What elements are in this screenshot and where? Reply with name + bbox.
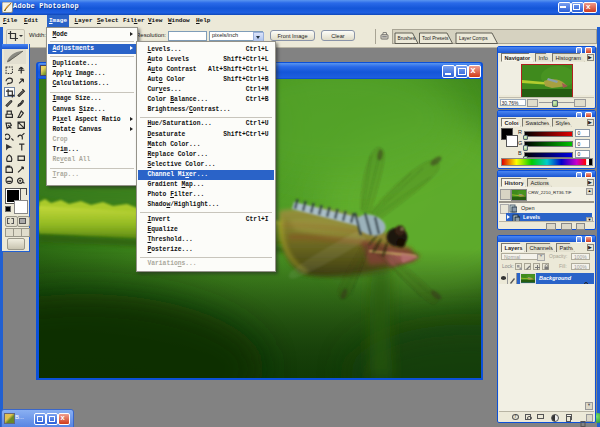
svg-text:Tool Presets: Tool Presets [422, 35, 449, 40]
svg-text:Brushes: Brushes [398, 35, 416, 40]
svg-text:Layer Comps: Layer Comps [459, 35, 488, 40]
